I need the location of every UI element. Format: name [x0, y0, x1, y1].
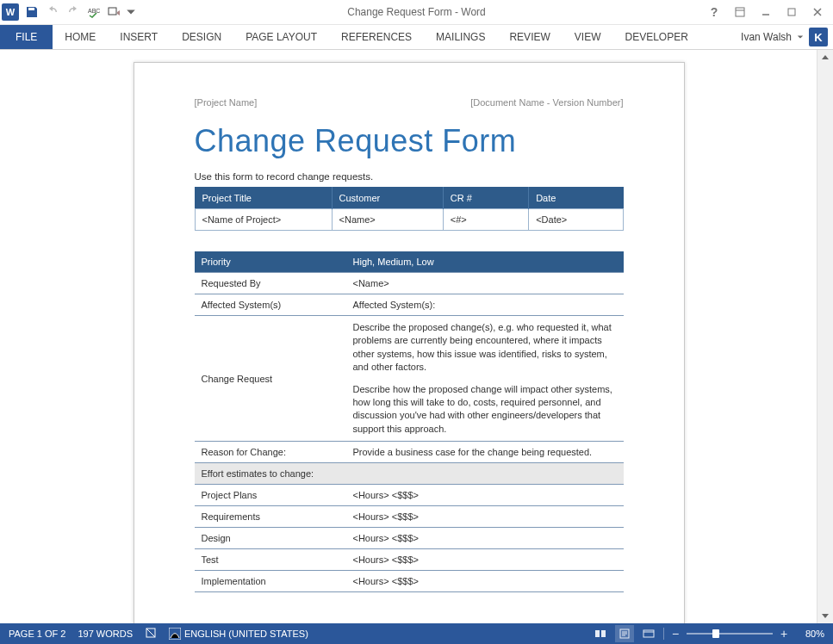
- chevron-down-icon: [797, 34, 804, 40]
- th-date[interactable]: Date: [529, 188, 623, 209]
- cr-p2[interactable]: Describe how the proposed change will im…: [353, 383, 617, 437]
- user-account[interactable]: Ivan Walsh K: [741, 25, 833, 49]
- document-title[interactable]: Change Request Form: [195, 123, 624, 159]
- val-affected[interactable]: Affected System(s):: [346, 294, 624, 316]
- val-requested-by[interactable]: <Name>: [346, 273, 624, 294]
- object-icon[interactable]: [105, 3, 124, 22]
- word-app-icon[interactable]: W: [2, 3, 19, 21]
- status-language[interactable]: ENGLISH (UNITED STATES): [169, 628, 308, 640]
- lbl-req[interactable]: Requirements: [195, 506, 346, 528]
- save-icon[interactable]: [22, 3, 41, 22]
- scroll-track[interactable]: [817, 65, 833, 608]
- section-effort[interactable]: Effort estimates to change:: [195, 463, 624, 485]
- intro-text[interactable]: Use this form to record change requests.: [195, 171, 624, 182]
- quick-access-toolbar: W ABC: [0, 3, 136, 22]
- header-right[interactable]: [Document Name - Version Number]: [470, 97, 623, 108]
- separator: [663, 628, 664, 640]
- lbl-plans[interactable]: Project Plans: [195, 485, 346, 506]
- tab-review[interactable]: REVIEW: [497, 25, 562, 49]
- lbl-requested-by[interactable]: Requested By: [195, 273, 346, 294]
- status-bar: PAGE 1 OF 2 197 WORDS ENGLISH (UNITED ST…: [0, 623, 833, 644]
- td-project-title[interactable]: <Name of Project>: [195, 209, 332, 231]
- svg-rect-2: [736, 8, 744, 16]
- zoom-value[interactable]: 80%: [795, 629, 824, 639]
- td-cr[interactable]: <#>: [443, 209, 528, 231]
- window-controls: ?: [702, 3, 833, 22]
- spellcheck-icon[interactable]: ABC: [84, 3, 103, 22]
- maximize-icon[interactable]: [780, 3, 804, 22]
- details-table[interactable]: Priority High, Medium, Low Requested By …: [195, 251, 624, 592]
- zoom-track[interactable]: [687, 633, 773, 635]
- lbl-change-request[interactable]: Change Request: [195, 316, 346, 442]
- zoom-in-icon[interactable]: +: [778, 628, 790, 640]
- header-left[interactable]: [Project Name]: [195, 97, 258, 108]
- lbl-reason[interactable]: Reason for Change:: [195, 442, 346, 463]
- title-bar: W ABC Change Request Form - Word ?: [0, 0, 833, 25]
- td-customer[interactable]: <Name>: [332, 209, 443, 231]
- tab-file[interactable]: FILE: [0, 25, 53, 49]
- view-read-mode-icon[interactable]: [591, 625, 610, 642]
- scroll-up-icon[interactable]: [817, 50, 833, 65]
- tab-mailings[interactable]: MAILINGS: [424, 25, 497, 49]
- help-icon[interactable]: ?: [702, 3, 726, 22]
- val-plans[interactable]: <Hours> <$$$>: [346, 485, 624, 506]
- th-project-title[interactable]: Project Title: [195, 188, 332, 209]
- zoom-thumb[interactable]: [712, 629, 719, 638]
- val-reason[interactable]: Provide a business case for the change b…: [346, 442, 624, 463]
- tab-references[interactable]: REFERENCES: [329, 25, 424, 49]
- lbl-affected[interactable]: Affected System(s): [195, 294, 346, 316]
- user-badge: K: [809, 28, 828, 46]
- svg-rect-3: [788, 9, 795, 15]
- lbl-design[interactable]: Design: [195, 528, 346, 549]
- page[interactable]: [Project Name] [Document Name - Version …: [134, 62, 685, 623]
- cr-p1[interactable]: Describe the proposed change(s), e.g. wh…: [353, 321, 617, 375]
- ribbon-tabs: FILE HOME INSERT DESIGN PAGE LAYOUT REFE…: [0, 25, 833, 50]
- qat-customize-icon[interactable]: [126, 3, 136, 22]
- redo-icon[interactable]: [64, 3, 83, 22]
- ribbon-display-icon[interactable]: [728, 3, 752, 22]
- svg-rect-1: [109, 8, 116, 15]
- tab-view[interactable]: VIEW: [563, 25, 613, 49]
- page-header: [Project Name] [Document Name - Version …: [195, 97, 624, 108]
- th-priority[interactable]: Priority: [195, 251, 346, 273]
- document-area: [Project Name] [Document Name - Version …: [0, 50, 833, 623]
- vertical-scrollbar[interactable]: [817, 50, 833, 623]
- lbl-test[interactable]: Test: [195, 549, 346, 571]
- user-name: Ivan Walsh: [741, 31, 792, 43]
- tab-home[interactable]: HOME: [53, 25, 108, 49]
- document-viewport[interactable]: [Project Name] [Document Name - Version …: [0, 50, 817, 623]
- lbl-impl[interactable]: Implementation: [195, 571, 346, 592]
- minimize-icon[interactable]: [754, 3, 778, 22]
- tab-design[interactable]: DESIGN: [170, 25, 233, 49]
- language-icon: [169, 628, 181, 640]
- th-customer[interactable]: Customer: [332, 188, 443, 209]
- status-words[interactable]: 197 WORDS: [78, 629, 133, 639]
- zoom-out-icon[interactable]: −: [669, 628, 681, 640]
- val-test[interactable]: <Hours> <$$$>: [346, 549, 624, 571]
- status-proofing-icon[interactable]: [145, 627, 157, 641]
- tab-developer[interactable]: DEVELOPER: [612, 25, 699, 49]
- view-print-layout-icon[interactable]: [615, 625, 634, 642]
- svg-rect-7: [643, 630, 654, 637]
- th-cr[interactable]: CR #: [443, 188, 528, 209]
- scroll-down-icon[interactable]: [817, 608, 833, 623]
- val-change-request[interactable]: Describe the proposed change(s), e.g. wh…: [346, 316, 624, 442]
- tab-page-layout[interactable]: PAGE LAYOUT: [233, 25, 329, 49]
- td-date[interactable]: <Date>: [529, 209, 623, 231]
- val-impl[interactable]: <Hours> <$$$>: [346, 571, 624, 592]
- status-page[interactable]: PAGE 1 OF 2: [9, 629, 65, 639]
- close-icon[interactable]: [805, 3, 830, 22]
- val-design[interactable]: <Hours> <$$$>: [346, 528, 624, 549]
- td-priority[interactable]: High, Medium, Low: [346, 251, 624, 273]
- project-info-table[interactable]: Project Title Customer CR # Date <Name o…: [195, 187, 624, 231]
- view-web-layout-icon[interactable]: [639, 625, 658, 642]
- zoom-slider[interactable]: − +: [669, 628, 790, 640]
- tab-insert[interactable]: INSERT: [108, 25, 170, 49]
- val-req[interactable]: <Hours> <$$$>: [346, 506, 624, 528]
- svg-text:ABC: ABC: [88, 8, 100, 14]
- undo-icon[interactable]: [43, 3, 62, 22]
